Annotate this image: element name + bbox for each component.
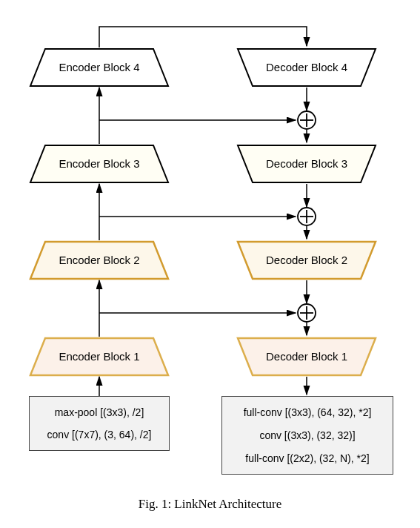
output-ops-line1: full-conv [(3x3), (64, 32), *2] — [230, 406, 385, 418]
svg-marker-9 — [30, 49, 168, 86]
input-ops-line1: max-pool [(3x3), /2] — [37, 406, 161, 418]
svg-marker-11 — [30, 145, 168, 182]
svg-point-6 — [298, 304, 316, 322]
svg-marker-16 — [238, 338, 376, 375]
svg-marker-14 — [238, 242, 376, 279]
decoder-block-3: Decoder Block 3 — [236, 144, 377, 182]
svg-marker-15 — [30, 338, 168, 375]
decoder-block-2: Decoder Block 2 — [236, 240, 377, 279]
decoder-block-1: Decoder Block 1 — [236, 337, 377, 375]
encoder-block-4: Encoder Block 4 — [29, 47, 170, 86]
svg-marker-10 — [238, 49, 376, 86]
encoder-block-1: Encoder Block 1 — [29, 337, 170, 375]
decoder-block-4: Decoder Block 4 — [236, 47, 377, 86]
input-ops-line2: conv [(7x7), (3, 64), /2] — [37, 429, 161, 440]
sum-icon-1 — [298, 304, 316, 322]
svg-point-0 — [298, 111, 316, 129]
svg-marker-13 — [30, 242, 168, 279]
figure-caption: Fig. 1: LinkNet Architecture — [10, 497, 410, 512]
output-ops-line2: conv [(3x3), (32, 32)] — [230, 429, 385, 441]
output-ops-box: full-conv [(3x3), (64, 32), *2] conv [(3… — [221, 396, 393, 475]
output-ops-line3: full-conv [(2x2), (32, N), *2] — [230, 452, 385, 464]
input-ops-box: max-pool [(3x3), /2] conv [(7x7), (3, 64… — [29, 396, 170, 451]
svg-marker-12 — [238, 145, 376, 182]
sum-icon-2 — [298, 208, 316, 225]
diagram-canvas: Encoder Block 4 Decoder Block 4 Encoder … — [10, 10, 410, 518]
encoder-block-2: Encoder Block 2 — [29, 240, 170, 279]
encoder-block-3: Encoder Block 3 — [29, 144, 170, 182]
svg-point-3 — [298, 208, 316, 225]
arrow-enc4-dec4 — [99, 27, 307, 47]
sum-icon-3 — [298, 111, 316, 129]
